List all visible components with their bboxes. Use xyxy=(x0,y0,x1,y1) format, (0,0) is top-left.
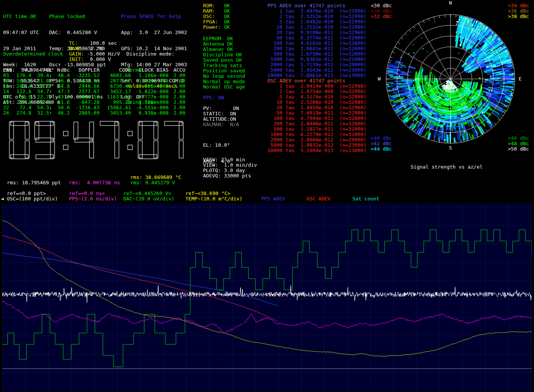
sat-table-row: 19213.869.3↓51.6-847.28995.282.186e-0082… xyxy=(3,100,185,105)
sat-cell: 3453.40 xyxy=(100,110,131,116)
sat-cell: 51.6 xyxy=(52,100,70,105)
sat-cell: 11 xyxy=(3,84,12,89)
sat-table-row: 24274.831.5↑46.22865.093453.406.938e-008… xyxy=(3,110,185,116)
pps-reference: ref=<0.0 ns> xyxy=(69,191,105,196)
selftest-status: OK xyxy=(224,8,230,14)
selftest-panel: ROM: OKRAM: OKOSC: OKFPGA: OKPower: OK xyxy=(203,3,230,30)
temp-reference: ref~<38.690 °C> xyxy=(185,191,230,196)
adev-row: 1 tau 2.0414e-009 (n=32998) xyxy=(267,84,366,89)
receiver-flag: ALTITUDE:ON xyxy=(203,116,239,122)
adev-row: 20 tau 9.9108e-011 (n=32960) xyxy=(267,30,366,35)
app-version: App: 3.0 27 Jun 2002 xyxy=(121,30,187,35)
selftest-status: OK xyxy=(224,13,230,19)
pps-adev-table: PPS ADEV over 41747 points 1 tau 3.4976e… xyxy=(267,3,366,78)
adev-row: 50 tau 7.6019e-011 (n=32900) xyxy=(267,110,366,116)
polar-map-caption: Signal strength vs az/el xyxy=(411,164,483,170)
satellite-table: PRN°AZ°ELdBcDOPPLERCODECLOCK BIASACCU031… xyxy=(3,67,185,116)
osc-adev-trace-label: OSC ADEV xyxy=(306,196,331,202)
sat-cell: 22.7↓ xyxy=(31,94,52,100)
adev-row: 5000 tau 1.0832e-012 (n=23000) xyxy=(267,143,366,148)
loop-param-value: 0.000 V xyxy=(84,56,111,62)
receiver-flag: PV: ON xyxy=(203,106,239,111)
sat-cell: 2.00 xyxy=(169,100,185,105)
view-item: ADEVQ: 33000 pts xyxy=(203,173,257,179)
sat-cell: 47.3 xyxy=(52,89,70,94)
loop-param-value: -5.000 Hz/V xyxy=(84,51,120,57)
sat-header-cell: °AZ xyxy=(12,67,31,73)
adev-row: 2 tau 2.5353e-010 (n=32996) xyxy=(267,14,366,19)
selftest-label: RAM: xyxy=(203,8,224,14)
sat-cell: 3452.17 xyxy=(100,89,131,94)
sat-cell: 03 xyxy=(3,73,12,78)
loop-param-row: DAMP: 1.200 xyxy=(69,46,120,51)
sat-cell: 995.28 xyxy=(100,100,131,105)
satellite-signal-polar-map xyxy=(367,0,534,162)
sat-cell: 46.2 xyxy=(52,110,70,116)
view-panel: VIEW: 23.0 minVIEW: 1.0 min/divPLOTQ: 3.… xyxy=(203,157,257,179)
sat-cell: 54.3↓ xyxy=(31,105,52,110)
status-item: Discipline OK xyxy=(203,52,245,57)
selftest-row: ROM: OK xyxy=(203,3,230,8)
sat-cell: 50.0 xyxy=(52,105,70,110)
pps-adev-trace-label: PPS ADEV xyxy=(261,196,285,202)
adev-row: 2000 tau 5.7139e-012 (n=29000) xyxy=(267,62,366,67)
status-item: Position saved xyxy=(203,68,245,74)
sat-cell: 164.7 xyxy=(12,78,31,84)
adev-title: OSC ADEV over 41747 points xyxy=(267,78,366,84)
adev-row: 5000 tau 1.4543e-012 (n=23000) xyxy=(267,67,366,73)
receiver-flag: STATIC: ON xyxy=(203,111,239,116)
receiver-status-list: EEPROM OKAntenna OKAlmanac OKDiscipline … xyxy=(203,36,245,90)
adev-row: 1000 tau 6.2279e-012 (n=31000) xyxy=(267,132,366,137)
osc-adev-table: OSC ADEV over 41747 points 1 tau 2.0414e… xyxy=(267,78,366,153)
adev-row: 20 tau 1.4950e-010 (n=32960) xyxy=(267,105,366,110)
adev-row: 10 tau 2.5266e-010 (n=32980) xyxy=(267,100,366,105)
sat-cell: 48.4 xyxy=(52,73,70,78)
selftest-row: FPGA: OK xyxy=(203,19,230,25)
sat-cell: 6.938e-008 xyxy=(131,110,169,116)
selftest-status: OK xyxy=(224,24,230,30)
adev-row: 500 tau 1.6730e-011 (n=32000) xyxy=(267,51,366,57)
sat-cell: 1.186e-008 xyxy=(131,73,169,78)
discipline-mode-label: Discipline mode: xyxy=(126,51,177,57)
adev-row: 2 tau 1.0754e-009 (n=32996) xyxy=(267,89,366,94)
adev-row: 50 tau 6.3774e-011 (n=32900) xyxy=(267,35,366,41)
sat-table-row: 11282.433.2↑48.82948.666730.497.966e-008… xyxy=(3,84,185,89)
sat-cell: 43.6 xyxy=(52,94,70,100)
sat-header-cell: PRN xyxy=(3,67,12,73)
adev-row: 5 tau 4.5174e-010 (n=32990) xyxy=(267,94,366,100)
sat-cell: 2.00 xyxy=(169,73,185,78)
clock-mode: Overdetermined clock xyxy=(3,51,63,57)
sat-cell: 06 xyxy=(3,78,12,84)
loop-param-label: GAIN: xyxy=(69,51,84,57)
loop-param-row: GAIN: -5.000 Hz/V xyxy=(69,51,120,57)
selftest-label: ROM: xyxy=(203,3,224,8)
adev-row: 10000 tau 7.8861e-013 (n=13000) xyxy=(267,73,366,78)
adev-row: 1 tau 3.4976e-010 (n=32998) xyxy=(267,8,366,14)
sat-table-row: 03176.439.4↓48.4-3235.524602.661.186e-00… xyxy=(3,73,185,78)
sat-header-cell: ACCU xyxy=(169,67,185,73)
loop-param-label: DAMP: xyxy=(69,46,84,51)
sat-cell: -1736.63 xyxy=(70,105,100,110)
sat-table-header: PRN°AZ°ELdBcDOPPLERCODECLOCK BIASACCU xyxy=(3,67,185,73)
sat-cell: 19 xyxy=(3,100,12,105)
receiver-flags: PV: ONSTATIC: ONALTITUDE:ONKALMAN: N/A xyxy=(203,106,239,127)
sat-cell: -3235.52 xyxy=(70,73,100,78)
selftest-row: OSC: OK xyxy=(203,14,230,19)
sat-header-cell: DOPPLER xyxy=(70,67,100,73)
sat-cell: -5.777e-008 xyxy=(131,94,169,100)
pps-scale: PPS~(2.0 ns/div) xyxy=(69,196,117,202)
history-strip-chart[interactable] xyxy=(2,203,532,391)
rms-osc: rms: 18.795469 ppt xyxy=(7,180,61,185)
status-item: Tracking sats xyxy=(203,63,245,68)
sat-table-row: 14122.634.7↑47.32377.673452.17-5.822e-00… xyxy=(3,89,185,94)
sat-cell: -5.822e-008 xyxy=(131,89,169,94)
sat-header-cell: dBc xyxy=(52,67,70,73)
sat-table-row: 2272.454.3↓50.0-1736.6315982.41-4.551e-0… xyxy=(3,105,185,110)
sat-cell: 2865.09 xyxy=(70,110,100,116)
sat-cell: 122.6 xyxy=(12,89,31,94)
dac-reference: ref~<0.445260 V> xyxy=(123,191,171,196)
loop-param-row: TC: 100.0 sec xyxy=(69,41,120,46)
adev-row: 1000 tau 9.8365e-012 (n=31000) xyxy=(267,57,366,62)
sat-count-trace-label: Sat count xyxy=(352,196,379,202)
sat-cell: -3006.50 xyxy=(70,94,100,100)
